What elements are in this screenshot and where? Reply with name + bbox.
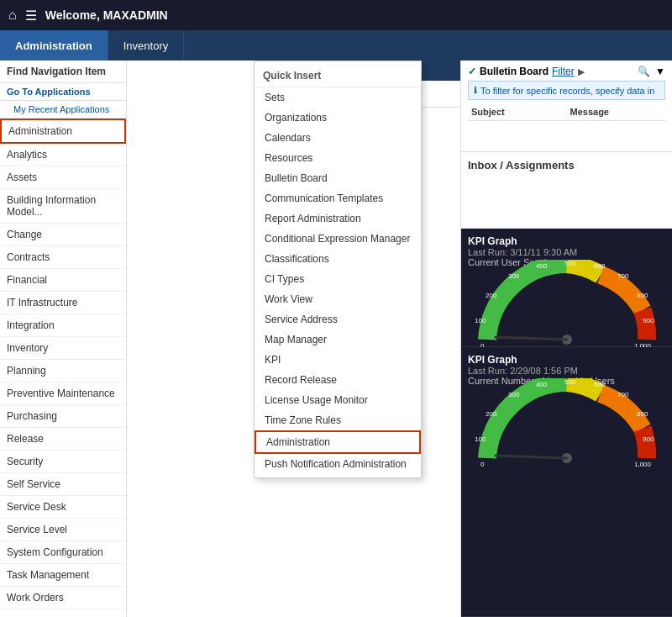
svg-text:0: 0 — [480, 461, 485, 468]
dropdown-bulletinboard[interactable]: Bulletin Board — [255, 168, 421, 188]
dropdown-licenseusage[interactable]: License Usage Monitor — [255, 390, 421, 410]
svg-text:900: 900 — [643, 317, 654, 324]
sidebar-item-preventive[interactable]: Preventive Maintenance — [0, 382, 126, 405]
sidebar-item-selfservice[interactable]: Self Service — [0, 473, 126, 496]
dropdown-administration[interactable]: Administration — [255, 430, 421, 454]
inbox-section: Inbox / Assignments — [461, 152, 672, 229]
svg-text:400: 400 — [536, 381, 548, 388]
dropdown-menu: Quick Insert Sets Organizations Calendar… — [254, 61, 422, 478]
gauge-2: 0 100 200 300 400 500 600 700 800 900 1,… — [468, 391, 665, 458]
dropdown-organizations[interactable]: Organizations — [255, 108, 421, 128]
sidebar-item-integration[interactable]: Integration — [0, 314, 126, 337]
dropdown-header: Quick Insert — [255, 65, 421, 87]
bulletin-info-text: To filter for specific records, specify … — [480, 86, 654, 96]
kpi1-last-run: Last Run: 3/11/11 9:30 AM — [468, 247, 665, 257]
svg-text:800: 800 — [637, 292, 648, 299]
my-recent-applications[interactable]: My Recent Applications — [0, 101, 126, 119]
svg-text:300: 300 — [508, 272, 520, 280]
svg-text:100: 100 — [475, 317, 486, 324]
svg-text:300: 300 — [508, 391, 520, 398]
home-icon[interactable]: ⌂ — [8, 8, 17, 23]
dropdown-serviceaddress[interactable]: Service Address — [255, 309, 421, 330]
message-col-header: Message — [567, 105, 666, 119]
svg-line-1 — [496, 337, 567, 340]
dropdown-classifications[interactable]: Classifications — [255, 249, 421, 269]
dropdown-timezone[interactable]: Time Zone Rules — [255, 410, 421, 430]
goto-applications: Go To Applications — [0, 83, 126, 101]
sidebar-item-planning[interactable]: Planning — [0, 360, 126, 382]
dropdown-resources[interactable]: Resources — [255, 148, 421, 168]
svg-text:500: 500 — [564, 378, 576, 386]
bulletin-header: ✓ Bulletin Board Filter ▶ 🔍 ▼ — [468, 66, 665, 77]
bulletin-search-icons: 🔍 ▼ — [638, 66, 665, 77]
svg-text:200: 200 — [486, 410, 497, 418]
sidebar-item-financial[interactable]: Financial — [0, 269, 126, 292]
bulletin-title: Bulletin Board — [480, 66, 549, 77]
sidebar-item-purchasing[interactable]: Purchasing — [0, 405, 126, 428]
sidebar-item-sysconfig[interactable]: System Configuration — [0, 541, 126, 564]
sidebar-item-workorders[interactable]: Work Orders — [0, 587, 126, 609]
svg-text:200: 200 — [486, 292, 497, 299]
svg-line-14 — [496, 456, 567, 458]
dropdown-condexpr[interactable]: Conditional Expression Manager — [255, 229, 421, 249]
dropdown-mapmanager[interactable]: Map Manager — [255, 330, 421, 350]
bulletin-board: ✓ Bulletin Board Filter ▶ 🔍 ▼ ℹ To filte… — [461, 61, 672, 152]
gauge-1: 0 100 200 300 400 500 600 700 800 900 1,… — [468, 272, 665, 340]
tab-administration[interactable]: Administration — [0, 30, 108, 61]
svg-text:1,000: 1,000 — [634, 461, 652, 468]
sidebar-item-taskmanagement[interactable]: Task Management — [0, 564, 126, 587]
bulletin-rows — [468, 121, 665, 146]
dropdown-commtemplates[interactable]: Communication Templates — [255, 188, 421, 208]
top-bar-title: Welcome, MAXADMIN — [45, 8, 168, 22]
sidebar-item-contracts[interactable]: Contracts — [0, 246, 126, 269]
sidebar-item-building[interactable]: Building Information Model... — [0, 189, 126, 224]
filter-icon[interactable]: ▼ — [655, 66, 665, 77]
kpi1-title: KPI Graph — [468, 235, 665, 247]
kpi-section-1: KPI Graph Last Run: 3/11/11 9:30 AM Curr… — [461, 229, 672, 347]
dropdown-workview[interactable]: Work View — [255, 289, 421, 309]
svg-text:600: 600 — [594, 381, 606, 388]
bulletin-icon: ✓ — [468, 66, 476, 77]
sidebar-item-release[interactable]: Release — [0, 428, 126, 451]
bulletin-filter-link[interactable]: Filter — [552, 66, 575, 77]
dropdown-citypes[interactable]: CI Types — [255, 269, 421, 289]
inbox-content — [468, 175, 665, 221]
right-panel: ✓ Bulletin Board Filter ▶ 🔍 ▼ ℹ To filte… — [460, 61, 672, 617]
kpi-section-2: KPI Graph Last Run: 2/29/08 1:56 PM Curr… — [461, 347, 672, 617]
sidebar-item-change[interactable]: Change — [0, 224, 126, 246]
sidebar-item-assets[interactable]: Assets — [0, 166, 126, 189]
content-and-right: Quick Insert Sets Organizations Calendar… — [127, 61, 672, 617]
dropdown-calendars[interactable]: Calendars — [255, 128, 421, 148]
sidebar-item-security[interactable]: Security — [0, 451, 126, 473]
dropdown-reportadmin[interactable]: Report Administration — [255, 208, 421, 229]
bulletin-table-header: Subject Message — [468, 103, 665, 121]
nav-tabs: Administration Inventory — [0, 30, 672, 61]
sidebar-item-servicelevel[interactable]: Service Level — [0, 519, 126, 541]
search-icon[interactable]: 🔍 — [638, 66, 650, 77]
svg-text:700: 700 — [617, 272, 629, 280]
svg-text:600: 600 — [594, 262, 606, 270]
dropdown-recordrelease[interactable]: Record Release — [255, 370, 421, 390]
sidebar-item-analytics[interactable]: Analytics — [0, 144, 126, 166]
sidebar-item-inventory[interactable]: Inventory — [0, 337, 126, 360]
dropdown-kpi[interactable]: KPI — [255, 350, 421, 370]
sidebar-item-it-infra[interactable]: IT Infrastructure — [0, 292, 126, 314]
kpi2-last-run: Last Run: 2/29/08 1:56 PM — [468, 366, 665, 376]
svg-text:900: 900 — [643, 435, 654, 443]
dropdown-sets[interactable]: Sets — [255, 87, 421, 108]
tab-inventory[interactable]: Inventory — [108, 30, 184, 61]
svg-text:100: 100 — [475, 435, 486, 443]
menu-icon[interactable]: ☰ — [25, 8, 37, 24]
bulletin-info: ℹ To filter for specific records, specif… — [468, 81, 665, 100]
svg-text:700: 700 — [617, 391, 629, 398]
main-layout: Find Navigation Item Go To Applications … — [0, 61, 672, 617]
find-nav-label: Find Navigation Item — [0, 61, 126, 83]
sidebar-item-administration[interactable]: Administration — [0, 119, 126, 144]
sidebar-item-servicedesk[interactable]: Service Desk — [0, 496, 126, 519]
dropdown-pushnotification[interactable]: Push Notification Administration — [255, 454, 421, 474]
svg-text:800: 800 — [637, 410, 648, 418]
svg-text:500: 500 — [564, 260, 576, 267]
top-bar: ⌂ ☰ Welcome, MAXADMIN — [0, 0, 672, 30]
kpi2-title: KPI Graph — [468, 354, 665, 366]
inbox-header: Inbox / Assignments — [468, 159, 665, 171]
